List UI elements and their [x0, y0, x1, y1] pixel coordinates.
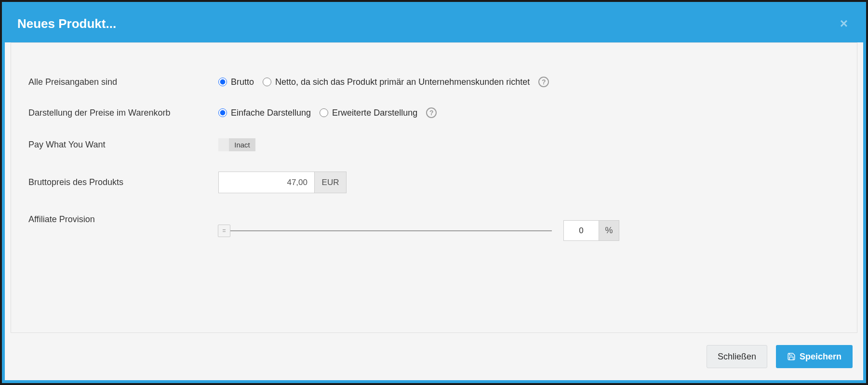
label-pwyw: Pay What You Want: [26, 140, 218, 150]
affiliate-slider[interactable]: [224, 230, 552, 231]
field-affiliate: %: [218, 213, 842, 241]
modal-inner: Neues Produkt... × Alle Preisangaben sin…: [5, 5, 863, 380]
radio-netto-input[interactable]: [263, 78, 271, 86]
modal-body-scroll[interactable]: Alle Preisangaben sind Brutto Netto, da …: [11, 42, 857, 333]
gross-price-group: EUR: [218, 172, 347, 193]
field-pwyw: Inact: [218, 138, 842, 151]
row-pwyw: Pay What You Want Inact: [26, 138, 842, 151]
affiliate-input-group: %: [563, 220, 619, 241]
modal-body: Alle Preisangaben sind Brutto Netto, da …: [11, 43, 857, 294]
help-icon[interactable]: ?: [538, 77, 549, 87]
toggle-label: Inact: [229, 138, 255, 151]
field-price-type: Brutto Netto, da sich das Produkt primär…: [218, 77, 842, 87]
row-cart-display: Darstellung der Preise im Warenkorb Einf…: [26, 107, 842, 118]
toggle-pwyw[interactable]: Inact: [218, 138, 255, 151]
label-gross-price: Bruttopreis des Produkts: [26, 177, 218, 187]
gross-price-input[interactable]: [218, 172, 315, 193]
radio-netto[interactable]: Netto, da sich das Produkt primär an Unt…: [263, 77, 530, 87]
percent-addon: %: [599, 220, 619, 241]
save-button-label: Speichern: [800, 352, 841, 362]
radio-extended-input[interactable]: [320, 108, 328, 117]
radio-simple[interactable]: Einfache Darstellung: [218, 108, 311, 118]
label-affiliate: Affiliate Provision: [26, 213, 218, 225]
row-gross-price: Bruttopreis des Produkts EUR: [26, 172, 842, 193]
radio-brutto[interactable]: Brutto: [218, 77, 254, 87]
help-icon[interactable]: ?: [426, 107, 437, 118]
field-cart-display: Einfache Darstellung Erweiterte Darstell…: [218, 107, 842, 118]
radio-simple-label: Einfache Darstellung: [231, 108, 311, 118]
label-cart-display: Darstellung der Preise im Warenkorb: [26, 108, 218, 118]
radio-netto-label: Netto, da sich das Produkt primär an Unt…: [275, 77, 530, 87]
affiliate-input[interactable]: [563, 220, 599, 241]
modal-body-container: Alle Preisangaben sind Brutto Netto, da …: [5, 42, 863, 380]
slider-handle[interactable]: [218, 225, 230, 237]
currency-addon: EUR: [315, 172, 347, 193]
radio-brutto-input[interactable]: [218, 78, 227, 86]
save-button[interactable]: Speichern: [776, 345, 853, 368]
field-gross-price: EUR: [218, 172, 842, 193]
save-icon: [787, 352, 796, 361]
toggle-handle: [218, 138, 229, 151]
close-icon[interactable]: ×: [837, 16, 851, 31]
modal-title: Neues Produkt...: [17, 16, 116, 31]
modal-footer: Schließen Speichern: [5, 333, 863, 380]
label-price-type: Alle Preisangaben sind: [26, 77, 218, 87]
modal: Neues Produkt... × Alle Preisangaben sin…: [2, 2, 866, 383]
row-affiliate: Affiliate Provision %: [26, 213, 842, 241]
close-button[interactable]: Schließen: [707, 345, 767, 368]
radio-simple-input[interactable]: [218, 108, 227, 117]
radio-extended-label: Erweiterte Darstellung: [332, 108, 417, 118]
radio-extended[interactable]: Erweiterte Darstellung: [320, 108, 417, 118]
radio-brutto-label: Brutto: [231, 77, 254, 87]
row-price-type: Alle Preisangaben sind Brutto Netto, da …: [26, 77, 842, 87]
modal-header: Neues Produkt... ×: [5, 5, 863, 42]
